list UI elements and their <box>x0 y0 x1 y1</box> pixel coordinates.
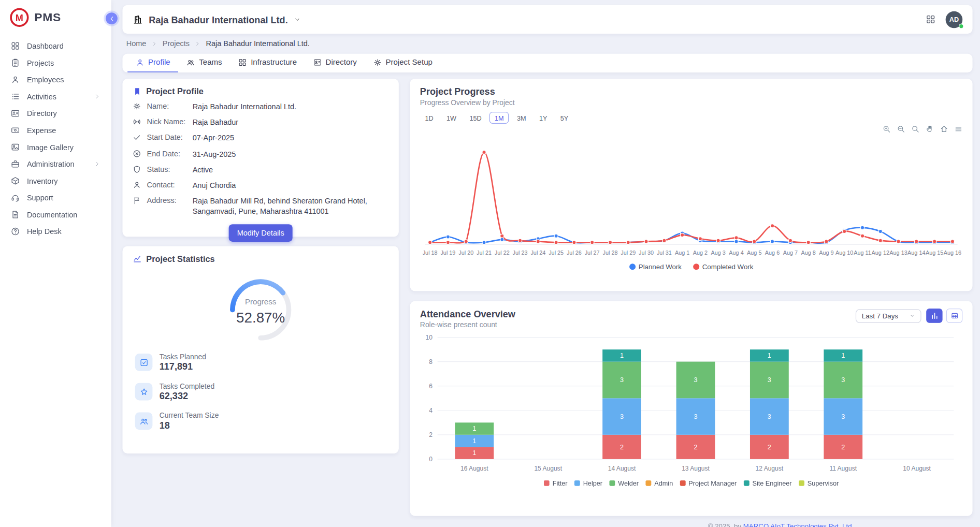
toggle-table-icon[interactable] <box>946 309 962 323</box>
field-label: Start Date: <box>147 133 187 142</box>
svg-text:Aug 16: Aug 16 <box>944 250 961 256</box>
tab-directory-icon <box>313 58 322 67</box>
content: Project Profile Name:Raja Bahadur Intern… <box>122 79 972 516</box>
selection-zoom-icon-button[interactable] <box>911 125 919 134</box>
statistics-card-title: Project Statistics <box>146 254 214 264</box>
range-button-15d[interactable]: 15D <box>465 112 487 124</box>
field-label: Name: <box>147 102 187 111</box>
progress-line-chart[interactable]: Jul 18Jul 19Jul 20Jul 21Jul 22Jul 23Jul … <box>420 137 962 261</box>
attendance-bar-chart[interactable]: 024681011116 August15 August233114 Augus… <box>420 332 962 478</box>
tab-directory[interactable]: Directory <box>305 54 365 72</box>
svg-text:1: 1 <box>620 352 624 359</box>
svg-text:Jul 26: Jul 26 <box>567 250 582 256</box>
svg-text:1: 1 <box>768 352 771 359</box>
legend-item-fitter[interactable]: Fitter <box>544 479 568 486</box>
tab-infrastructure[interactable]: Infrastructure <box>230 54 305 72</box>
sidebar-item-expense[interactable]: Expense <box>0 122 111 139</box>
sidebar-item-label: Image Gallery <box>27 143 74 152</box>
legend-item-site-engineer[interactable]: Site Engineer <box>744 479 792 486</box>
sidebar-item-activities[interactable]: Activities <box>0 88 111 105</box>
support-icon <box>11 193 20 202</box>
svg-text:1: 1 <box>472 425 476 432</box>
tab-project-setup[interactable]: Project Setup <box>365 54 441 72</box>
star-icon <box>139 387 148 397</box>
gear-icon <box>133 102 141 111</box>
field-label: Status: <box>147 165 187 173</box>
legend-item-helper[interactable]: Helper <box>574 479 602 486</box>
menu-icon-button[interactable] <box>955 125 963 134</box>
legend-item-completed-work[interactable]: Completed Work <box>693 263 754 270</box>
legend-swatch <box>544 480 550 486</box>
stats-icon <box>133 254 142 264</box>
sidebar-item-support[interactable]: Support <box>0 189 111 207</box>
project-statistics-card: Project Statistics Progress 52.87% Tasks… <box>122 246 398 453</box>
legend-label: Helper <box>583 479 602 486</box>
apps-grid-button[interactable] <box>926 14 935 24</box>
range-button-1y[interactable]: 1Y <box>534 112 552 124</box>
sidebar-item-image-gallery[interactable]: Image Gallery <box>0 139 111 156</box>
sidebar-item-directory[interactable]: Directory <box>0 105 111 122</box>
range-button-1m[interactable]: 1M <box>489 112 509 124</box>
range-button-3m[interactable]: 3M <box>512 112 531 124</box>
company-selector[interactable]: Raja Bahadur International Ltd. <box>133 14 300 25</box>
range-button-5y[interactable]: 5Y <box>555 112 573 124</box>
chart-toolbar <box>420 125 962 134</box>
user-avatar[interactable]: AD <box>946 11 963 28</box>
legend-item-admin[interactable]: Admin <box>645 479 673 486</box>
stat-icon-box <box>135 354 153 371</box>
legend-label: Planned Work <box>639 263 682 270</box>
line-chart-legend: Planned WorkCompleted Work <box>420 263 962 270</box>
toggle-bar-chart-icon[interactable] <box>926 309 942 323</box>
sidebar-item-administration[interactable]: Administration <box>0 155 111 172</box>
tab-profile[interactable]: Profile <box>127 54 178 72</box>
svg-text:2: 2 <box>841 444 845 451</box>
profile-field-start-date-: Start Date:07-Apr-2025 <box>133 133 389 143</box>
sidebar-item-dashboard[interactable]: Dashboard <box>0 37 111 54</box>
modify-details-button[interactable]: Modify Details <box>229 224 292 242</box>
breadcrumb: HomeProjectsRaja Bahadur International L… <box>122 34 972 51</box>
legend-label: Welder <box>618 479 639 486</box>
profile-field-address-: Address:Raja Bahadur Mill Rd, behind She… <box>133 196 389 216</box>
statistics-card-title-row: Project Statistics <box>133 254 389 264</box>
zoom-in-icon-button[interactable] <box>883 125 891 134</box>
attendance-overview-card: Attendance Overview Role-wise present co… <box>410 301 973 516</box>
range-button-1d[interactable]: 1D <box>420 112 439 124</box>
svg-text:Aug 14: Aug 14 <box>907 250 925 256</box>
svg-text:11 August: 11 August <box>829 465 857 472</box>
sidebar-item-help-desk[interactable]: Help Desk <box>0 223 111 240</box>
help-desk-icon <box>11 227 20 236</box>
legend-item-project-manager[interactable]: Project Manager <box>680 479 737 486</box>
svg-text:Jul 31: Jul 31 <box>657 250 672 256</box>
svg-text:3: 3 <box>694 376 697 384</box>
legend-item-planned-work[interactable]: Planned Work <box>629 263 682 270</box>
logo-icon: M <box>10 8 28 27</box>
tab-teams[interactable]: Teams <box>178 54 230 72</box>
zoom-out-icon-button[interactable] <box>897 125 905 134</box>
svg-text:Aug 5: Aug 5 <box>747 250 761 256</box>
svg-text:Jul 24: Jul 24 <box>530 250 545 256</box>
legend-label: Supervisor <box>808 479 839 486</box>
legend-label: Admin <box>654 479 673 486</box>
stat-label: Tasks Completed <box>160 382 214 389</box>
breadcrumb-item-projects[interactable]: Projects <box>163 39 190 48</box>
sidebar-item-documentation[interactable]: Documentation <box>0 206 111 223</box>
legend-item-supervisor[interactable]: Supervisor <box>799 479 839 486</box>
pan-icon-button[interactable] <box>926 125 934 134</box>
legend-item-welder[interactable]: Welder <box>609 479 639 486</box>
sidebar-item-projects[interactable]: Projects <box>0 54 111 71</box>
sidebar-item-inventory[interactable]: Inventory <box>0 172 111 189</box>
stat-icon-box <box>135 383 153 401</box>
field-value: Raja Bahadur <box>193 118 239 128</box>
breadcrumb-item-home[interactable]: Home <box>126 39 147 48</box>
range-button-1w[interactable]: 1W <box>441 112 461 124</box>
footer-company-link[interactable]: MARCO AIoT Technologies Pvt. Ltd. <box>743 522 854 527</box>
app-logo[interactable]: M PMS <box>0 0 111 34</box>
field-label: End Date: <box>147 149 187 158</box>
days-filter-select[interactable]: Last 7 Days <box>856 309 921 323</box>
home-icon-button[interactable] <box>940 125 948 134</box>
gauge-value: 52.87% <box>205 309 317 326</box>
stat-value: 117,891 <box>160 361 206 372</box>
svg-text:Aug 13: Aug 13 <box>889 250 907 256</box>
sidebar-item-employees[interactable]: Employees <box>0 71 111 89</box>
sidebar-collapse-button[interactable] <box>106 12 118 24</box>
